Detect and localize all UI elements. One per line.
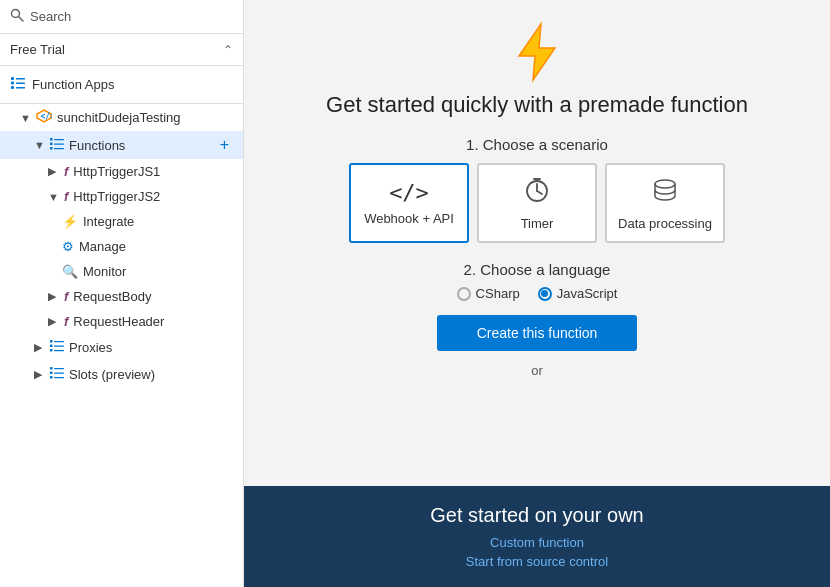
http-trigger-js2-row[interactable]: ▼ f HttpTriggerJS2	[0, 184, 243, 209]
proxies-caret-icon: ▶	[34, 341, 48, 354]
step2-title: 2. Choose a language	[457, 261, 618, 278]
integrate-icon: ⚡	[62, 214, 78, 229]
functions-label: Functions	[69, 138, 216, 153]
or-divider: or	[387, 361, 687, 380]
integrate-label: Integrate	[83, 214, 233, 229]
javascript-radio-circle	[538, 287, 552, 301]
free-trial-row[interactable]: Free Trial ⌃	[0, 34, 243, 66]
functions-caret-icon: ▼	[34, 139, 48, 151]
language-radio-group: CSharp JavaScript	[457, 286, 618, 301]
svg-rect-7	[16, 87, 25, 89]
manage-label: Manage	[79, 239, 233, 254]
integrate-row[interactable]: ⚡ Integrate	[0, 209, 243, 234]
javascript-radio[interactable]: JavaScript	[538, 286, 618, 301]
main-content: Get started quickly with a premade funct…	[244, 0, 830, 587]
svg-rect-21	[54, 350, 64, 351]
app-icon: </>	[36, 109, 52, 126]
svg-rect-20	[54, 346, 64, 347]
proxies-list-icon	[50, 339, 64, 356]
functions-list-icon	[50, 137, 64, 154]
language-section: 2. Choose a language CSharp JavaScript	[457, 261, 618, 301]
svg-line-1	[19, 17, 24, 22]
slots-row[interactable]: ▶ Slots (preview)	[0, 361, 243, 388]
http-trigger-js1-label: HttpTriggerJS1	[73, 164, 233, 179]
list-icon	[10, 75, 26, 94]
bottom-title: Get started on your own	[430, 504, 643, 527]
or-label: or	[525, 361, 549, 380]
svg-rect-5	[16, 78, 25, 80]
caret-right-icon: ▶	[48, 165, 62, 178]
svg-rect-18	[50, 349, 53, 352]
proxies-row[interactable]: ▶ Proxies	[0, 334, 243, 361]
manage-icon: ⚙	[62, 239, 74, 254]
http-trigger-js2-label: HttpTriggerJS2	[73, 189, 233, 204]
scenario-data-card[interactable]: Data processing	[605, 163, 725, 243]
sidebar: Search Free Trial ⌃ Function Apps ▼ </> …	[0, 0, 244, 587]
scenario-webhook-card[interactable]: </> Webhook + API	[349, 163, 469, 243]
bolt-icon	[505, 20, 569, 84]
timer-label: Timer	[521, 216, 554, 231]
scenario-cards: </> Webhook + API Timer Data processing	[349, 163, 725, 243]
caret-down2-icon: ▼	[48, 191, 62, 203]
step1-title: 1. Choose a scenario	[466, 136, 608, 153]
app-node[interactable]: ▼ </> sunchitDudejaTesting	[0, 104, 243, 131]
page-title: Get started quickly with a premade funct…	[326, 92, 748, 118]
svg-rect-19	[54, 341, 64, 342]
svg-rect-14	[54, 143, 64, 144]
svg-rect-26	[54, 373, 64, 374]
svg-rect-10	[50, 138, 53, 141]
slots-list-icon	[50, 366, 64, 383]
request-header-label: RequestHeader	[73, 314, 233, 329]
monitor-label: Monitor	[83, 264, 233, 279]
caret-right2-icon: ▶	[48, 290, 62, 303]
app-name-label: sunchitDudejaTesting	[57, 110, 233, 125]
search-icon	[10, 8, 24, 25]
svg-rect-17	[50, 345, 53, 348]
svg-text:</>: </>	[41, 112, 53, 121]
slots-caret-icon: ▶	[34, 368, 48, 381]
add-function-button[interactable]: +	[216, 136, 233, 154]
svg-rect-6	[16, 83, 25, 85]
svg-rect-2	[11, 77, 14, 80]
svg-rect-27	[54, 377, 64, 378]
svg-rect-12	[50, 147, 53, 150]
function-apps-label: Function Apps	[32, 77, 114, 92]
svg-rect-3	[11, 82, 14, 85]
svg-rect-13	[54, 139, 64, 140]
data-processing-label: Data processing	[618, 216, 712, 231]
search-label: Search	[30, 9, 71, 24]
svg-rect-11	[50, 142, 53, 145]
create-function-button[interactable]: Create this function	[437, 315, 638, 351]
monitor-icon: 🔍	[62, 264, 78, 279]
search-bar[interactable]: Search	[0, 0, 243, 34]
svg-rect-25	[54, 368, 64, 369]
free-trial-label: Free Trial	[10, 42, 65, 57]
svg-rect-4	[11, 86, 14, 89]
svg-rect-24	[50, 376, 53, 379]
monitor-row[interactable]: 🔍 Monitor	[0, 259, 243, 284]
functions-row[interactable]: ▼ Functions +	[0, 131, 243, 159]
tree-section: ▼ </> sunchitDudejaTesting ▼ Functions +…	[0, 104, 243, 587]
function-icon4: f	[64, 314, 68, 329]
request-header-row[interactable]: ▶ f RequestHeader	[0, 309, 243, 334]
http-trigger-js1-row[interactable]: ▶ f HttpTriggerJS1	[0, 159, 243, 184]
csharp-radio[interactable]: CSharp	[457, 286, 520, 301]
custom-function-link[interactable]: Custom function	[490, 535, 584, 550]
svg-point-33	[655, 180, 675, 188]
request-body-row[interactable]: ▶ f RequestBody	[0, 284, 243, 309]
data-processing-icon	[651, 176, 679, 210]
source-control-link[interactable]: Start from source control	[466, 554, 608, 569]
caret-down-icon: ▼	[20, 112, 34, 124]
manage-row[interactable]: ⚙ Manage	[0, 234, 243, 259]
scenario-timer-card[interactable]: Timer	[477, 163, 597, 243]
webhook-icon: </>	[389, 180, 429, 205]
proxies-label: Proxies	[69, 340, 233, 355]
function-apps-row[interactable]: Function Apps	[0, 66, 243, 104]
timer-icon	[523, 176, 551, 210]
function-icon: f	[64, 164, 68, 179]
main-bottom-section: Get started on your own Custom function …	[244, 486, 830, 587]
svg-rect-22	[50, 367, 53, 370]
javascript-label: JavaScript	[557, 286, 618, 301]
request-body-label: RequestBody	[73, 289, 233, 304]
csharp-radio-circle	[457, 287, 471, 301]
